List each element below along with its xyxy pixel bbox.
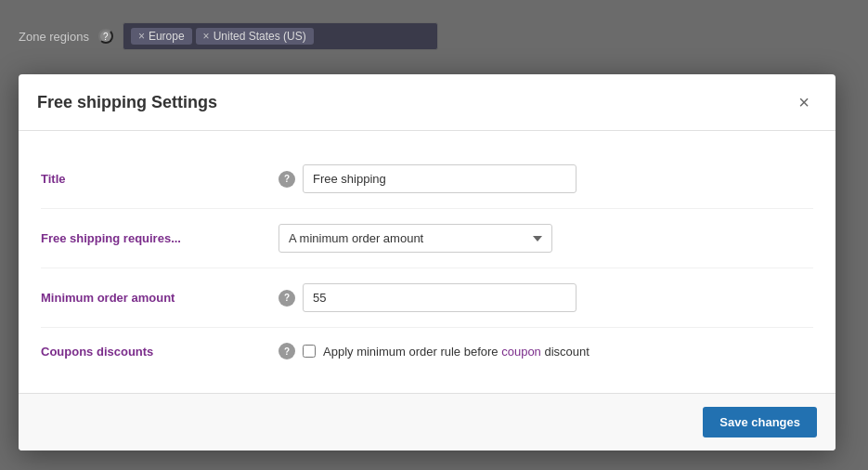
- coupons-control-col: ? Apply minimum order rule before coupon…: [279, 343, 813, 359]
- title-control-col: ?: [279, 164, 813, 193]
- zone-regions-help-icon[interactable]: ?: [98, 29, 113, 44]
- zone-regions-row: Zone regions ? × Europe × United States …: [19, 9, 438, 50]
- title-input[interactable]: [303, 164, 577, 193]
- modal-header: Free shipping Settings ×: [19, 74, 836, 131]
- requires-label: Free shipping requires...: [41, 231, 181, 245]
- requires-select[interactable]: No minimum requirements A minimum order …: [279, 224, 552, 253]
- tag-us: × United States (US): [196, 28, 314, 45]
- title-help-icon[interactable]: ?: [279, 171, 295, 188]
- min-order-label-col: Minimum order amount: [41, 291, 264, 305]
- zone-tags-container: × Europe × United States (US): [123, 22, 438, 50]
- coupons-help-icon[interactable]: ?: [279, 343, 295, 359]
- tag-us-label: United States (US): [214, 30, 306, 43]
- coupons-form-row: Coupons discounts ? Apply minimum order …: [41, 328, 813, 374]
- coupons-checkbox-text: Apply minimum order rule before coupon d…: [323, 345, 589, 359]
- coupons-checkbox[interactable]: [303, 345, 316, 358]
- save-changes-button[interactable]: Save changes: [703, 407, 817, 437]
- modal-close-button[interactable]: ×: [791, 89, 817, 115]
- coupons-checkbox-label[interactable]: Apply minimum order rule before coupon d…: [303, 345, 589, 359]
- modal-footer: Save changes: [19, 393, 836, 450]
- modal-body: Title ? Free shipping requires... No min…: [19, 131, 836, 393]
- coupons-label-col: Coupons discounts: [41, 345, 264, 359]
- min-order-input[interactable]: [303, 283, 577, 312]
- min-order-control-col: ?: [279, 283, 813, 312]
- requires-control-col: No minimum requirements A minimum order …: [279, 224, 813, 253]
- coupons-label: Coupons discounts: [41, 345, 153, 359]
- title-label-col: Title: [41, 172, 264, 186]
- min-order-help-icon[interactable]: ?: [279, 290, 295, 307]
- tag-europe-remove[interactable]: ×: [138, 30, 145, 43]
- modal-title: Free shipping Settings: [37, 93, 217, 112]
- requires-label-col: Free shipping requires...: [41, 231, 264, 245]
- min-order-form-row: Minimum order amount ?: [41, 268, 813, 328]
- min-order-label: Minimum order amount: [41, 291, 175, 305]
- zone-regions-label: Zone regions: [19, 30, 89, 44]
- title-label: Title: [41, 172, 66, 186]
- tag-europe-label: Europe: [149, 30, 185, 43]
- tag-us-remove[interactable]: ×: [203, 30, 210, 43]
- requires-form-row: Free shipping requires... No minimum req…: [41, 209, 813, 268]
- coupon-link-text: coupon: [501, 345, 541, 359]
- tag-europe: × Europe: [131, 28, 192, 45]
- free-shipping-settings-modal: Free shipping Settings × Title ? Free sh…: [19, 74, 836, 450]
- title-form-row: Title ?: [41, 150, 813, 209]
